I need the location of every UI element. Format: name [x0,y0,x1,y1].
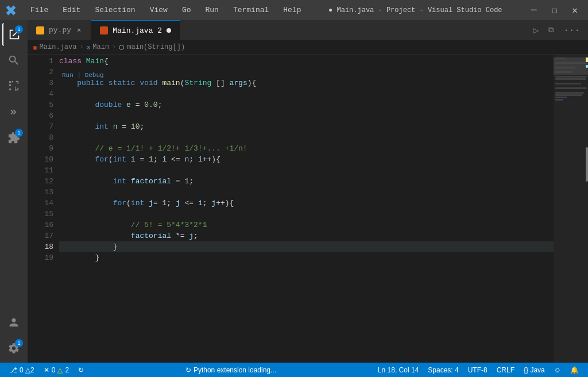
status-position[interactable]: Ln 18, Col 14 [373,363,423,377]
tab-py-py[interactable]: py.py ✕ [28,20,91,40]
code-line-14[interactable]: for(int j= 1; j <= i; j++){ [59,198,588,209]
warning-icon: △ [57,366,63,374]
warning-count: 2 [65,366,69,374]
split-editor-button[interactable]: ⧉ [545,24,557,37]
code-line-4[interactable] [59,89,588,99]
status-spaces[interactable]: Spaces: 4 [423,363,463,377]
menu-edit[interactable]: Edit [60,5,83,16]
vscode-logo-icon [6,5,16,16]
breadcrumb-file-icon: ▣ [33,44,37,51]
code-content[interactable]: Run | Debug class Main{ public static vo… [59,55,588,363]
code-editor[interactable]: 12345678910111213141516171819 Run | Debu… [28,55,588,363]
menu-bar: File Edit Selection View Go Run Terminal… [28,5,304,16]
activity-bar: 1 1 1 [0,20,28,363]
python-loading-label: Python extension loading... [194,366,276,374]
code-line-2[interactable] [59,67,588,78]
notifications-icon: 🔔 [570,366,579,374]
status-feedback[interactable]: ☺ [550,363,566,377]
code-line-18[interactable]: } [59,241,588,252]
scrollbar-thumb[interactable] [586,147,588,182]
sync-icon: ↻ [78,366,84,374]
status-notifications[interactable]: 🔔 [566,363,583,377]
breadcrumb-file-label: Main.java [40,43,77,51]
breadcrumb-method-icon: ⬡ [119,44,125,51]
feedback-icon: ☺ [554,366,561,374]
code-line-9[interactable]: // e = 1/1! + 1/2!+ 1/3!+... +1/n! [59,143,588,154]
activity-run-icon[interactable] [2,101,25,124]
minimap-line-10 [555,78,586,80]
code-line-16[interactable]: // 5! = 5*4*3*2*1 [59,220,588,230]
activity-explorer-icon[interactable]: 1 [2,23,25,46]
activity-search-icon[interactable] [2,49,25,72]
status-sync[interactable]: ↻ [74,363,88,377]
titlebar: File Edit Selection View Go Run Terminal… [0,0,588,20]
code-line-13[interactable] [59,187,588,198]
code-line-17[interactable]: factorial *= j; [59,230,588,241]
menu-run[interactable]: Run [202,5,221,16]
editor-area: py.py ✕ Main.java 2 ▷ ⧉ ··· ▣ Main.java … [28,20,588,363]
close-button[interactable]: ✕ [567,3,582,17]
code-line-10[interactable]: for(int i = 1; i <= n; i++){ [59,154,588,165]
status-git[interactable]: ⎇ 0 △2 [5,363,39,377]
code-line-12[interactable]: int factorial = 1; [59,176,588,187]
activity-settings-icon[interactable]: 1 [2,337,25,360]
settings-badge: 1 [15,339,23,347]
minimap-line-17 [555,94,582,96]
code-line-7[interactable]: int n = 10; [59,121,588,132]
breadcrumb-method[interactable]: ⬡ main(String[]) [119,43,185,51]
breadcrumb-class[interactable]: ⊙ Main [87,43,109,51]
run-button[interactable]: ▷ [530,22,543,39]
status-errors[interactable]: ✕ 0 △ 2 [39,363,74,377]
menu-go[interactable]: Go [179,5,194,16]
menu-file[interactable]: File [28,5,51,16]
java-tab-icon [100,26,108,34]
py-tab-close[interactable]: ✕ [76,25,82,36]
minimap-line-14 [555,87,587,89]
tab-main-java[interactable]: Main.java 2 [91,20,180,40]
code-line-6[interactable] [59,110,588,121]
minimap-content [554,55,588,104]
tabs-actions: ▷ ⧉ ··· [530,20,588,40]
java-tab-modified-dot [167,28,171,33]
minimap-line-9 [555,76,587,78]
maximize-button[interactable]: ☐ [547,3,562,17]
minimap-line-18 [555,97,567,98]
activity-account-icon[interactable] [2,311,25,334]
window-title: ● Main.java - Project - Visual Studio Co… [316,6,516,14]
menu-selection[interactable]: Selection [92,5,138,16]
menu-help[interactable]: Help [280,5,304,16]
minimap-line-7 [555,71,572,73]
tabs-bar: py.py ✕ Main.java 2 ▷ ⧉ ··· [28,20,588,40]
run-debug-hint[interactable]: Run | Debug [62,72,104,79]
main-layout: 1 1 1 py.py ✕ [0,20,588,363]
status-eol[interactable]: CRLF [492,363,519,377]
code-line-11[interactable] [59,165,588,176]
minimap-line-12 [555,83,581,84]
activity-extensions-icon[interactable]: 1 [2,126,25,149]
breadcrumb-file[interactable]: ▣ Main.java [33,43,76,51]
git-errors: 0 △2 [20,366,34,374]
status-encoding[interactable]: UTF-8 [463,363,492,377]
code-line-1[interactable]: class Main{ [59,56,588,67]
breadcrumb-class-label: Main [92,43,109,51]
py-tab-label: py.py [49,26,71,34]
menu-view[interactable]: View [147,5,171,16]
status-language[interactable]: {} Java [519,363,550,377]
extensions-badge: 1 [15,129,23,137]
code-line-19[interactable]: } [59,252,588,263]
error-count: 0 [52,366,56,374]
status-python-loading[interactable]: ↻ Python extension loading... [181,363,281,377]
language-label: {} Java [524,366,545,374]
breadcrumb-method-label: main(String[]) [127,43,185,51]
code-line-8[interactable] [59,132,588,143]
activity-source-control-icon[interactable] [2,75,25,98]
code-line-5[interactable]: double e = 0.0; [59,99,588,110]
window-controls: ─ ☐ ✕ [527,3,582,17]
code-line-15[interactable] [59,209,588,220]
menu-terminal[interactable]: Terminal [230,5,272,16]
code-line-3[interactable]: public static void main(String [] args){ [59,78,588,89]
minimap-line-19 [555,99,563,101]
more-actions-button[interactable]: ··· [560,23,583,38]
position-label: Ln 18, Col 14 [378,366,419,374]
minimize-button[interactable]: ─ [527,4,541,17]
